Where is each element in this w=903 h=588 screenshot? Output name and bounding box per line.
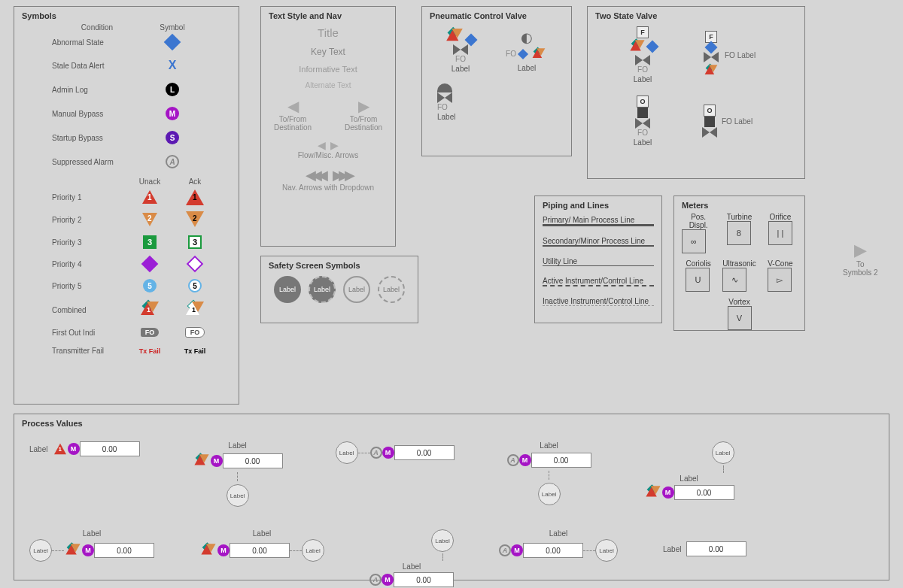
vcone-meter-icon: ▻: [768, 268, 792, 292]
flow-arrow-left-icon: ◀: [318, 139, 326, 151]
row-label: Suppressed Alarm: [22, 158, 135, 166]
safety-symbol-outline: Label: [343, 276, 370, 303]
row-label: Transmitter Fail: [22, 347, 127, 355]
ultrasonic-meter-icon: ∿: [722, 268, 746, 292]
tsv-panel: Two State Valve F FO Label F FO Label O …: [587, 6, 805, 179]
safety-symbol-dashed-fill: Label: [309, 276, 336, 303]
first-out-ack-icon: FO: [185, 327, 205, 338]
pv-item: Label A M 0.00: [336, 441, 455, 464]
vortex-meter-icon: V: [728, 306, 752, 330]
fo-tag: FO: [455, 55, 466, 63]
meter-label: Turbine: [727, 213, 752, 221]
line-label: Active Instrument/Control Line: [543, 277, 654, 285]
panel-title: Piping and Lines: [543, 201, 654, 210]
valve-label: Label: [451, 65, 470, 73]
row-label: Priority 1: [22, 193, 127, 202]
priority4-ack-icon: [187, 256, 204, 273]
row-label: Admin Log: [22, 86, 135, 94]
orifice-meter-icon: | |: [768, 221, 792, 245]
unack-header: Unack: [127, 177, 172, 186]
alternate-text-sample: Alternate Text: [306, 81, 351, 89]
flow-arrow-right-icon: ▶: [330, 139, 339, 151]
line-label: Secondary/Minor Process Line: [543, 237, 654, 245]
panel-title: Meters: [682, 201, 797, 210]
meter-label: Orifice: [768, 213, 792, 221]
row-label: Priority 3: [22, 238, 127, 247]
dest-label: To/From Destination: [269, 115, 317, 132]
pcv-style1: FO Label: [445, 28, 476, 73]
pv-item: M 0.00: [644, 484, 734, 501]
safety-symbol-solid: Label: [274, 276, 301, 303]
row-label: Startup Bypass: [22, 134, 135, 142]
key-text-sample: Key Text: [311, 47, 345, 57]
priority1-unack-icon: 1: [142, 190, 157, 204]
nav-dropdown-right-icon[interactable]: ▶▶▶: [333, 168, 351, 183]
row-label: Abnormal State: [22, 38, 135, 47]
startup-bypass-icon: S: [166, 131, 179, 144]
panel-title: Text Style and Nav: [269, 11, 388, 20]
tsv-f-style2: F FO Label: [702, 26, 797, 83]
nav-arrow-right-icon[interactable]: ▶: [358, 98, 369, 114]
pv-item: Label 1 M 0.00: [29, 441, 140, 456]
priority2-unack-icon: 2: [142, 213, 157, 226]
meter-label: Pos. Displ.: [682, 213, 715, 229]
piping-panel: Piping and Lines Primary/ Main Process L…: [534, 195, 662, 323]
title-text-sample: Title: [318, 26, 339, 39]
tsv-f-style1: F FO Label: [595, 26, 690, 83]
line-label: Primary/ Main Process Line: [543, 216, 654, 224]
panel-title: Two State Valve: [595, 11, 797, 20]
informative-text-sample: Informative Text: [299, 65, 357, 74]
suppressed-alarm-icon: A: [166, 155, 179, 168]
panel-title: Process Values: [22, 419, 881, 428]
priority4-unack-icon: [141, 256, 159, 273]
nav-dropdown-left-icon[interactable]: ◀◀◀: [306, 168, 324, 183]
first-out-unack-icon: FO: [141, 328, 160, 337]
priority5-unack-icon: 5: [143, 279, 157, 292]
nav-label: Symbols 2: [843, 268, 878, 277]
pv-value[interactable]: 0.00: [80, 441, 140, 456]
to-symbols2-nav[interactable]: ▶ To Symbols 2: [843, 241, 878, 277]
pv-item: A M 0.00: [507, 453, 591, 468]
panel-title: Pneumatic Control Valve: [430, 11, 564, 20]
row-label: Priority 5: [22, 282, 127, 290]
meter-label: Vortex: [728, 298, 752, 306]
safety-panel: Safety Screen Symbols Label Label Label …: [260, 256, 418, 323]
panel-title: Symbols: [22, 11, 231, 20]
abnormal-state-icon: [164, 34, 181, 51]
coriolis-meter-icon: U: [686, 268, 710, 292]
pv-item: Label 0.00: [663, 541, 746, 556]
pcv-panel: Pneumatic Control Valve FO Label ◐ FO La…: [421, 6, 572, 156]
manual-bypass-icon: M: [166, 107, 179, 120]
pcv-style3: FO Label: [437, 83, 564, 121]
stale-data-icon: X: [135, 59, 210, 72]
flow-label: Flow/Misc. Arrows: [298, 151, 359, 159]
nav-label: Nav. Arrows with Dropdown: [282, 183, 374, 192]
symbol-header: Symbol: [135, 23, 210, 32]
bowtie-valve-icon: [453, 44, 468, 55]
tsv-o-style1: O FO Label: [595, 95, 690, 147]
nav-arrow-right-icon[interactable]: ▶: [843, 241, 878, 260]
meter-label: V-Cone: [768, 259, 792, 268]
row-label: Stale Data Alert: [22, 62, 135, 70]
priority5-ack-icon: 5: [188, 279, 202, 292]
priority3-ack-icon: 3: [188, 235, 202, 249]
tsv-o-style2: O FO Label: [702, 95, 797, 147]
line-label: Inactive Instrument/Control Line: [543, 297, 654, 305]
nav-arrow-left-icon[interactable]: ◀: [287, 98, 299, 114]
priority1-ack-icon: 1: [187, 190, 202, 204]
pv-annotation: Label: [227, 484, 249, 507]
meter-label: Ultrasonic: [722, 259, 756, 268]
combined-unack-icon: 1: [141, 302, 159, 318]
meter-label: Coriolis: [686, 259, 710, 268]
pcv-style2: ◐ FO Label: [506, 29, 548, 72]
meters-panel: Meters Pos. Displ.∞ Turbine8 Orifice| | …: [673, 195, 805, 331]
row-label: Priority 2: [22, 216, 127, 224]
admin-log-icon: L: [166, 83, 179, 96]
process-values-panel: Process Values Label 1 M 0.00 Label M 0.…: [14, 414, 889, 580]
pv-item: Label M 0.00: [29, 539, 154, 562]
row-label: First Out Indi: [22, 329, 127, 337]
txfail-ack-icon: Tx Fail: [172, 347, 217, 355]
safety-symbol-dashed-outline: Label: [378, 276, 405, 303]
valve-label: Label: [437, 113, 455, 121]
ack-header: Ack: [172, 177, 217, 186]
